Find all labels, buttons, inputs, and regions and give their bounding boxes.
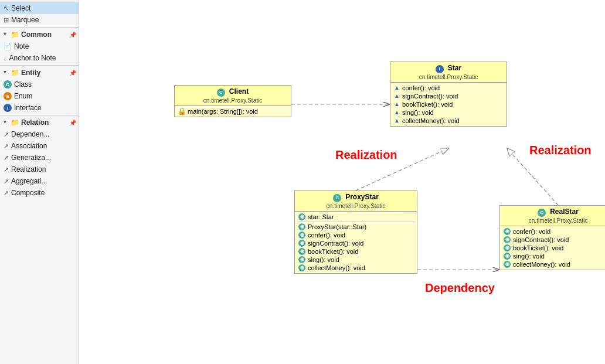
proxystar-member-bookticket: ◉ bookTicket(): void bbox=[297, 247, 414, 256]
class-realstar[interactable]: C RealStar cn.timetell.Proxy.Static ◉ co… bbox=[499, 205, 605, 270]
class-realstar-header: C RealStar cn.timetell.Proxy.Static bbox=[500, 206, 605, 226]
proxystar-member-star: ◉ star: Star bbox=[297, 213, 414, 221]
label-realization2: Realization bbox=[529, 144, 592, 157]
realstar-member-signcontract: ◉ signContract(): void bbox=[502, 236, 605, 244]
star-member-sing: ▲ sing(): void bbox=[393, 108, 504, 117]
sidebar-item-marquee[interactable]: ⊞ Marquee bbox=[0, 14, 79, 26]
sidebar-item-anchor-to-note[interactable]: ↓ Anchor to Note bbox=[0, 52, 79, 64]
realstar-member-collectmoney: ◉ collectMoney(): void bbox=[502, 260, 605, 268]
sidebar-section-entity[interactable]: ▼ 📁 Entity 📌 bbox=[0, 67, 79, 79]
star-member-bookticket: ▲ bookTicket(): void bbox=[393, 100, 504, 108]
sidebar-item-note[interactable]: 📄 Note bbox=[0, 40, 79, 52]
star-member-collectmoney: ▲ collectMoney(): void bbox=[393, 117, 504, 125]
sidebar-item-realization[interactable]: ↗ Realization bbox=[0, 164, 79, 175]
class-client-body: 🔒 main(args: String[]): void bbox=[175, 106, 291, 117]
sidebar-item-interface[interactable]: I Interface bbox=[0, 102, 79, 114]
class-proxystar-header: C ProxyStar cn.timetell.Proxy.Static bbox=[295, 191, 417, 212]
proxystar-member-signcontract: ◉ signContract(): void bbox=[297, 239, 414, 247]
sidebar: ↖ Select ⊞ Marquee ▼ 📁 Common 📌 📄 Note ↓… bbox=[0, 0, 79, 364]
class-proxystar-body: ◉ star: Star ◉ ProxyStar(star: Star) ◉ c… bbox=[295, 212, 417, 273]
sidebar-section-relation[interactable]: ▼ 📁 Relation 📌 bbox=[0, 117, 79, 128]
realstar-member-sing: ◉ sing(): void bbox=[502, 252, 605, 260]
sidebar-item-enum[interactable]: E Enum bbox=[0, 90, 79, 102]
class-client-header: C Client cn.timetell.Proxy.Static bbox=[175, 86, 291, 106]
arrows-svg bbox=[79, 0, 605, 364]
sidebar-item-aggregation[interactable]: ↗ Aggregati... bbox=[0, 175, 79, 187]
label-dependency: Dependency bbox=[425, 281, 495, 295]
sidebar-item-association[interactable]: ↗ Association bbox=[0, 140, 79, 152]
client-member-main: 🔒 main(args: String[]): void bbox=[177, 107, 288, 115]
sidebar-item-generalization[interactable]: ↗ Generaliza... bbox=[0, 152, 79, 164]
sidebar-item-dependency[interactable]: ↗ Dependen... bbox=[0, 128, 79, 140]
proxystar-member-confer: ◉ confer(): void bbox=[297, 231, 414, 239]
class-realstar-body: ◉ confer(): void ◉ signContract(): void … bbox=[500, 226, 605, 270]
realstar-member-confer: ◉ confer(): void bbox=[502, 227, 605, 236]
canvas: C Client cn.timetell.Proxy.Static 🔒 main… bbox=[79, 0, 605, 364]
sidebar-section-common[interactable]: ▼ 📁 Common 📌 bbox=[0, 29, 79, 40]
proxystar-member-sing: ◉ sing(): void bbox=[297, 256, 414, 264]
class-star[interactable]: I Star cn.timetell.Proxy.Static ▲ confer… bbox=[390, 62, 507, 127]
sidebar-item-composite[interactable]: ↗ Composite bbox=[0, 187, 79, 199]
sidebar-item-class[interactable]: C Class bbox=[0, 79, 79, 90]
proxystar-member-constructor: ◉ ProxyStar(star: Star) bbox=[297, 223, 414, 231]
realstar-to-star-realization bbox=[507, 148, 558, 205]
class-star-header: I Star cn.timetell.Proxy.Static bbox=[390, 62, 507, 83]
proxystar-member-collectmoney: ◉ collectMoney(): void bbox=[297, 264, 414, 272]
star-member-signcontract: ▲ signContract(): void bbox=[393, 92, 504, 100]
star-member-confer: ▲ confer(): void bbox=[393, 84, 504, 92]
class-client[interactable]: C Client cn.timetell.Proxy.Static 🔒 main… bbox=[174, 85, 291, 117]
class-star-body: ▲ confer(): void ▲ signContract(): void … bbox=[390, 83, 507, 126]
label-realization1: Realization bbox=[335, 148, 397, 162]
sidebar-item-select[interactable]: ↖ Select bbox=[0, 2, 79, 14]
realstar-member-bookticket: ◉ bookTicket(): void bbox=[502, 244, 605, 252]
class-proxystar[interactable]: C ProxyStar cn.timetell.Proxy.Static ◉ s… bbox=[294, 190, 417, 274]
proxystar-to-star-realization bbox=[356, 148, 448, 190]
